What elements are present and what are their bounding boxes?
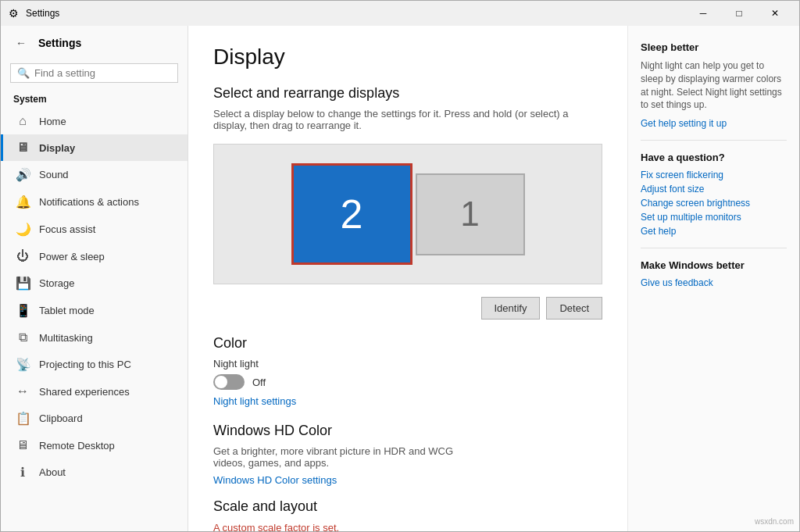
sidebar-focus-label: Focus assist [39,223,95,235]
sidebar-multitasking-label: Multitasking [39,332,93,344]
home-icon: ⌂ [16,114,30,128]
search-box[interactable]: 🔍 [10,63,178,83]
sidebar-storage-label: Storage [39,277,75,289]
scale-title: Scale and layout [213,498,602,515]
sidebar-clipboard-label: Clipboard [39,412,83,424]
night-light-label: Night light [213,358,602,370]
close-button[interactable]: ✕ [757,1,793,26]
monitor-1[interactable]: 1 [416,173,525,255]
sidebar-item-clipboard[interactable]: 📋 Clipboard [1,405,188,432]
toggle-thumb [215,376,227,388]
storage-icon: 💾 [16,276,30,291]
sidebar-item-remote[interactable]: 🖥 Remote Desktop [1,432,188,459]
night-light-row: Off [213,374,602,390]
sidebar-about-label: About [39,466,66,478]
minimize-button[interactable]: ─ [685,1,721,26]
sidebar-home-label: Home [39,116,66,127]
sidebar-item-tablet[interactable]: 📱 Tablet mode [1,297,188,324]
app-window: ⚙ Settings ─ □ ✕ ← Settings 🔍 System ⌂ H… [0,0,800,532]
color-title: Color [213,335,602,352]
sidebar-power-label: Power & sleep [39,251,105,262]
hd-color-section: Windows HD Color Get a brighter, more vi… [213,423,602,486]
sidebar-display-label: Display [39,142,75,154]
search-input[interactable] [34,67,171,79]
sidebar-item-focus[interactable]: 🌙 Focus assist [1,216,188,243]
sidebar-item-projecting[interactable]: 📡 Projecting to this PC [1,351,188,378]
night-light-toggle[interactable] [213,374,245,390]
title-bar: ⚙ Settings ─ □ ✕ [1,1,799,26]
title-bar-left: ⚙ Settings [7,7,59,20]
display-icon: 🖥 [16,141,30,155]
hd-color-title: Windows HD Color [213,423,602,439]
sidebar-item-about[interactable]: ℹ About [1,459,188,486]
sidebar: ← Settings 🔍 System ⌂ Home 🖥 Display 🔊 S… [1,26,188,531]
sidebar-item-shared[interactable]: ↔ Shared experiences [1,378,188,405]
display-actions: Identify Detect [213,297,602,320]
change-screen-brightness-link[interactable]: Change screen brightness [641,198,787,209]
set-up-monitors-link[interactable]: Set up multiple monitors [641,212,787,223]
monitor-2[interactable]: 2 [291,163,412,265]
identify-button[interactable]: Identify [481,297,541,320]
sidebar-tablet-label: Tablet mode [39,305,95,316]
tablet-icon: 📱 [16,303,30,318]
main-panel: Display Select and rearrange displays Se… [188,26,627,531]
sidebar-item-multitasking[interactable]: ⧉ Multitasking [1,324,188,351]
right-panel: Sleep better Night light can help you ge… [627,26,799,531]
hd-color-settings-link[interactable]: Windows HD Color settings [213,474,337,486]
sound-icon: 🔊 [16,167,30,182]
sleep-title: Sleep better [641,41,787,53]
give-feedback-link[interactable]: Give us feedback [641,277,787,288]
sidebar-shared-label: Shared experiences [39,386,130,398]
title-bar-controls: ─ □ ✕ [685,1,793,26]
sidebar-item-sound[interactable]: 🔊 Sound [1,161,188,188]
adjust-font-size-link[interactable]: Adjust font size [641,184,787,195]
watermark: wsxdn.com [755,517,794,526]
scale-warning-link[interactable]: A custom scale factor is set. [213,522,339,531]
sidebar-item-power[interactable]: ⏻ Power & sleep [1,243,188,270]
main-content: ← Settings 🔍 System ⌂ Home 🖥 Display 🔊 S… [1,26,799,531]
display-preview: 2 1 [213,144,602,284]
about-icon: ℹ [16,465,30,480]
sidebar-item-storage[interactable]: 💾 Storage [1,270,188,297]
sidebar-sound-label: Sound [39,169,69,180]
make-better-title: Make Windows better [641,259,787,271]
fix-screen-flickering-link[interactable]: Fix screen flickering [641,170,787,180]
night-light-state: Off [252,377,266,388]
color-section: Color Night light Off Night light settin… [213,335,602,407]
select-title: Select and rearrange displays [213,85,602,102]
notifications-icon: 🔔 [16,195,30,209]
search-icon: 🔍 [17,67,30,79]
projecting-icon: 📡 [16,357,30,372]
night-light-settings-link[interactable]: Night light settings [213,395,296,407]
title-bar-title: Settings [26,8,59,19]
sleep-desc: Night light can help you get to sleep by… [641,59,787,112]
sidebar-nav-top: ← Settings [1,26,188,60]
remote-icon: 🖥 [16,438,30,452]
get-help-link[interactable]: Get help [641,226,787,237]
sidebar-projecting-label: Projecting to this PC [39,359,131,370]
clipboard-icon: 📋 [16,411,30,426]
sidebar-notifications-label: Notifications & actions [39,196,139,208]
page-title: Display [213,45,602,70]
sidebar-app-title: Settings [38,37,81,49]
scale-section: Scale and layout A custom scale factor i… [213,498,602,531]
select-desc: Select a display below to change the set… [213,108,602,131]
shared-icon: ↔ [16,384,30,398]
right-divider-2 [641,248,787,248]
sidebar-item-home[interactable]: ⌂ Home [1,108,188,134]
question-title: Have a question? [641,152,787,163]
sidebar-item-notifications[interactable]: 🔔 Notifications & actions [1,188,188,216]
settings-app-icon: ⚙ [7,7,20,20]
hd-color-desc: Get a brighter, more vibrant picture in … [213,445,463,469]
system-section-label: System [1,89,188,108]
sidebar-remote-label: Remote Desktop [39,440,115,452]
maximize-button[interactable]: □ [721,1,757,26]
multitasking-icon: ⧉ [16,330,30,345]
right-divider-1 [641,140,787,141]
power-icon: ⏻ [16,249,30,263]
back-button[interactable]: ← [10,32,32,54]
detect-button[interactable]: Detect [546,297,602,320]
sidebar-item-display[interactable]: 🖥 Display [1,134,188,161]
get-help-setting-link[interactable]: Get help setting it up [641,118,787,129]
focus-icon: 🌙 [16,222,30,237]
